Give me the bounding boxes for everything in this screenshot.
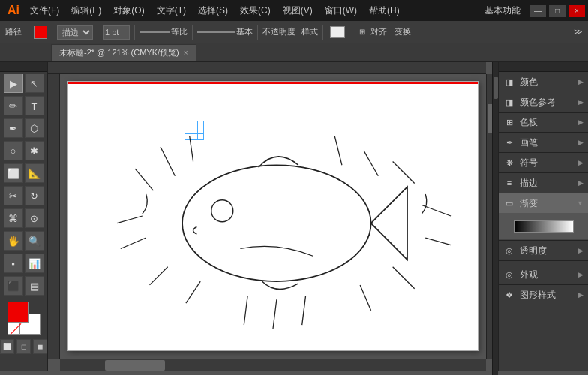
- gradient-panel-arrow: ▼: [577, 200, 584, 207]
- stroke-width-input[interactable]: [103, 25, 130, 40]
- sep8: [352, 25, 352, 40]
- color-panel-arrow: ▶: [578, 78, 584, 86]
- symbol-panel-label: 符号: [520, 157, 538, 170]
- tab-close-btn[interactable]: ×: [184, 49, 188, 57]
- svg-line-11: [360, 285, 371, 310]
- panel-gradient-header[interactable]: ▭ 渐变 ▼: [499, 194, 588, 213]
- polygon-tool[interactable]: ⬡: [25, 118, 44, 138]
- left-toolbox: ▶ ↖ ✏ T ✒ ⬡ ○ ✱ ⬜ 📐 ✂ ↻ ⌘ ⊙ 🖐 🔍: [0, 62, 48, 370]
- gradient-panel-icon: ▭: [503, 197, 515, 209]
- left-ruler: [48, 74, 60, 358]
- panel-section-color: ◨ 颜色 ▶: [499, 72, 588, 92]
- tools-header: [0, 62, 47, 72]
- text-tool[interactable]: T: [25, 96, 44, 116]
- svg-line-5: [334, 136, 342, 166]
- panel-appearance-header[interactable]: ◎ 外观 ▶: [499, 265, 588, 284]
- tool-row-1: ▶ ↖: [0, 72, 47, 94]
- panel-brush-header[interactable]: ✒ 画笔 ▶: [499, 133, 588, 152]
- rotate-tool[interactable]: ↻: [25, 186, 44, 206]
- scroll-thumb-h[interactable]: [105, 360, 165, 370]
- panel-color-header[interactable]: ◨ 颜色 ▶: [499, 72, 588, 92]
- panel-section-colorref: ◨ 颜色参考 ▶: [499, 92, 588, 112]
- hand-tool[interactable]: 🖐: [4, 231, 23, 250]
- base-label: 基本: [236, 26, 253, 38]
- svg-line-14: [244, 296, 248, 325]
- right-panel-scroll-thumb[interactable]: [494, 76, 498, 99]
- swatches-panel-label: 色板: [520, 116, 538, 129]
- menu-help[interactable]: 帮助(H): [363, 0, 406, 21]
- sep1: [28, 25, 29, 40]
- stroke-style-select[interactable]: 描边: [57, 25, 93, 40]
- panel-section-symbol: ❋ 符号 ▶: [499, 153, 588, 173]
- scissors-tool[interactable]: ✂: [4, 186, 23, 206]
- menu-object[interactable]: 对象(O): [107, 0, 150, 21]
- colorref-panel-arrow: ▶: [578, 98, 584, 106]
- svg-line-16: [150, 267, 168, 285]
- foreground-color-box[interactable]: [8, 302, 28, 322]
- svg-line-17: [117, 216, 142, 224]
- zoom-view-tool[interactable]: ⊙: [25, 208, 44, 228]
- close-button[interactable]: ×: [568, 4, 585, 16]
- mesh-tool[interactable]: ▤: [25, 276, 44, 296]
- maximize-button[interactable]: □: [549, 4, 566, 16]
- panel-stroke-header[interactable]: ≡ 描边 ▶: [499, 173, 588, 193]
- title-bar-left: Ai 文件(F) 编辑(E) 对象(O) 文字(T) 选择(S) 效果(C) 视…: [0, 0, 406, 21]
- fill-tool[interactable]: ⬛: [4, 276, 23, 296]
- view-mode-section: ⬜ ◻ ◼: [0, 339, 47, 354]
- panel-section-transparency: ◎ 透明度 ▶: [499, 241, 588, 261]
- horizontal-scrollbar[interactable]: [60, 358, 486, 370]
- pen-tool[interactable]: ✏: [4, 96, 23, 116]
- panel-section-stroke: ≡ 描边 ▶: [499, 173, 588, 194]
- bar-chart-tool[interactable]: 📊: [25, 254, 44, 273]
- menu-file[interactable]: 文件(F): [24, 0, 65, 21]
- transparency-panel-arrow: ▶: [578, 247, 584, 254]
- toolbar-path-label: 路径: [3, 23, 24, 41]
- workspace-label: 基本功能: [484, 4, 526, 17]
- chart-tool[interactable]: ▪: [4, 254, 23, 273]
- tool-row-6: ✂ ↻: [0, 184, 47, 207]
- menu-edit[interactable]: 编辑(E): [65, 0, 107, 21]
- tool-row-5: ⬜ 📐: [0, 162, 47, 184]
- svg-line-7: [393, 161, 415, 183]
- panel-symbol-header[interactable]: ❋ 符号 ▶: [499, 153, 588, 172]
- menu-window[interactable]: 窗口(W): [319, 0, 363, 21]
- tool-row-8: 🖐 🔍: [0, 230, 47, 252]
- no-fill-indicator[interactable]: [8, 322, 20, 334]
- pencil-tool[interactable]: ✒: [4, 118, 23, 138]
- align-btn[interactable]: ⊞: [357, 23, 368, 41]
- more-btn[interactable]: ≫: [572, 23, 585, 41]
- star-tool[interactable]: ✱: [25, 141, 44, 160]
- menu-select[interactable]: 选择(S): [192, 0, 234, 21]
- select-tool[interactable]: ▶: [4, 74, 23, 93]
- rect-tool[interactable]: ⬜: [4, 164, 23, 183]
- stroke-panel-icon: ≡: [503, 177, 515, 189]
- right-panel-scrollbar[interactable]: [492, 62, 498, 375]
- menu-effect[interactable]: 效果(C): [234, 0, 277, 21]
- graphic-styles-panel-icon: ❖: [503, 289, 515, 301]
- panel-section-graphic-styles: ❖ 图形样式 ▶: [499, 285, 588, 305]
- canvas-paper[interactable]: [68, 81, 478, 351]
- panel-transparency-header[interactable]: ◎ 透明度 ▶: [499, 241, 588, 260]
- warp-tool[interactable]: ⌘: [4, 208, 23, 228]
- normal-view-btn[interactable]: ⬜: [0, 339, 14, 354]
- gradient-preview[interactable]: [514, 220, 574, 232]
- menu-view[interactable]: 视图(V): [277, 0, 319, 21]
- document-tab[interactable]: 未标题-2* @ 121% (CMYK/预览) ×: [51, 44, 196, 61]
- color-panel-label: 颜色: [520, 76, 538, 88]
- outline-view-btn[interactable]: ◻: [16, 339, 31, 354]
- panel-divider: [499, 262, 588, 263]
- stroke-color-box[interactable]: [34, 26, 47, 39]
- panel-swatches-header[interactable]: ⊞ 色板 ▶: [499, 112, 588, 132]
- panel-graphic-styles-header[interactable]: ❖ 图形样式 ▶: [499, 285, 588, 304]
- zoom-tool[interactable]: 🔍: [25, 231, 44, 250]
- appearance-panel-icon: ◎: [503, 268, 515, 280]
- preview-view-btn[interactable]: ◼: [33, 339, 47, 354]
- ellipse-tool[interactable]: ○: [4, 141, 23, 160]
- stroke-base-preview: 基本: [197, 26, 253, 38]
- measure-tool[interactable]: 📐: [25, 164, 44, 183]
- direct-select-tool[interactable]: ↖: [25, 74, 44, 93]
- panel-colorref-header[interactable]: ◨ 颜色参考 ▶: [499, 92, 588, 112]
- style-box: [328, 23, 347, 41]
- minimize-button[interactable]: —: [530, 4, 546, 16]
- menu-text[interactable]: 文字(T): [151, 0, 192, 21]
